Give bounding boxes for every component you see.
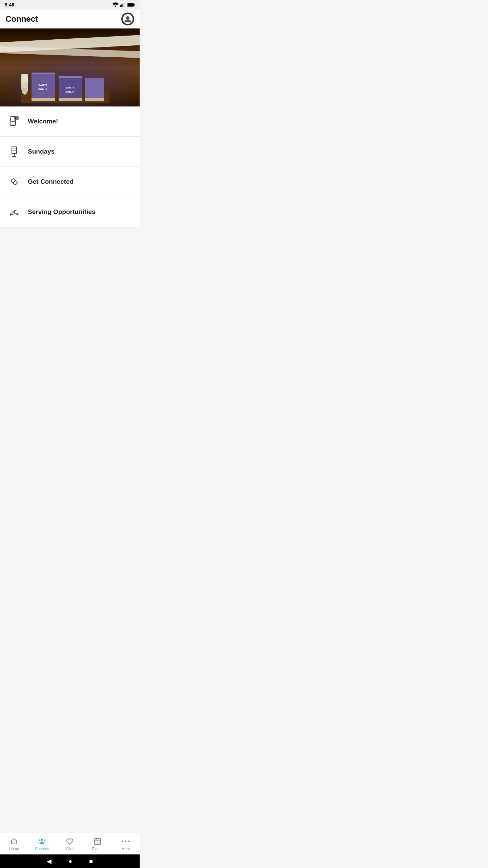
svg-rect-27 [11, 118, 15, 121]
svg-rect-12 [32, 98, 55, 101]
list-item-get-connected[interactable]: Get Connected [0, 167, 140, 197]
list-item-welcome[interactable]: Welcome! [0, 106, 140, 137]
list-item-serving-opportunities[interactable]: Serving Opportunities [0, 197, 140, 227]
svg-rect-20 [85, 78, 104, 101]
content-list: Welcome! Sundays Get Connected [0, 106, 140, 227]
status-time: 9:46 [5, 2, 14, 7]
page-title: Connect [5, 14, 38, 24]
sundays-icon [7, 144, 22, 159]
svg-rect-11 [32, 73, 55, 74]
serving-icon [7, 204, 22, 219]
svg-rect-5 [128, 3, 134, 6]
battery-icon [127, 3, 135, 7]
svg-rect-1 [121, 4, 122, 7]
svg-text:BIBLIA: BIBLIA [38, 88, 47, 91]
svg-rect-6 [134, 4, 135, 5]
wifi-icon [113, 2, 119, 7]
svg-rect-21 [85, 98, 104, 101]
header: Connect [0, 9, 140, 28]
hero-image: SANTA BIBLIA SANTA BIBLIA [0, 28, 140, 106]
welcome-icon [7, 114, 22, 129]
profile-avatar-button[interactable] [121, 13, 134, 25]
sundays-label: Sundays [28, 148, 55, 155]
svg-text:BIBLIA: BIBLIA [65, 90, 75, 93]
get-connected-label: Get Connected [28, 178, 74, 185]
svg-point-24 [21, 81, 28, 95]
signal-icon [120, 2, 126, 7]
person-circle-icon [122, 14, 133, 24]
hero-background: SANTA BIBLIA SANTA BIBLIA [0, 28, 140, 106]
svg-text:SANTA: SANTA [38, 84, 47, 87]
svg-point-8 [126, 16, 129, 20]
svg-rect-17 [59, 98, 82, 101]
svg-rect-0 [120, 5, 121, 7]
status-icons [113, 2, 135, 7]
link-icon [7, 174, 22, 189]
bible-stack-svg: SANTA BIBLIA SANTA BIBLIA [21, 62, 109, 103]
status-bar: 9:46 [0, 0, 140, 9]
welcome-label: Welcome! [28, 118, 58, 125]
svg-text:SANTA: SANTA [65, 86, 75, 89]
serving-opportunities-label: Serving Opportunities [28, 208, 96, 216]
svg-rect-2 [122, 4, 123, 7]
svg-rect-3 [124, 3, 124, 7]
svg-rect-10 [32, 73, 55, 101]
list-item-sundays[interactable]: Sundays [0, 137, 140, 167]
svg-rect-16 [59, 76, 82, 78]
svg-point-26 [13, 124, 14, 125]
